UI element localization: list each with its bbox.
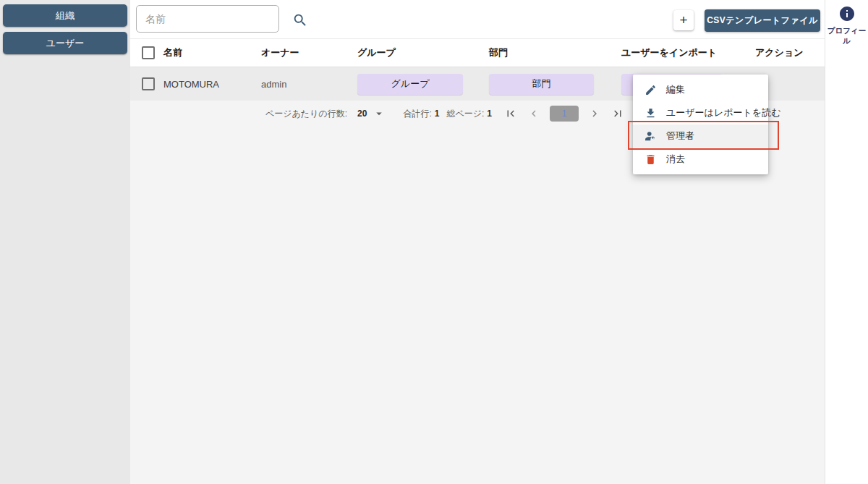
- select-all-cell: [130, 46, 163, 59]
- menu-item-label: ユーザーはレポートを読む: [666, 106, 780, 119]
- csv-template-button[interactable]: CSVテンプレートファイル: [705, 9, 820, 32]
- rows-per-page-caret-icon[interactable]: [373, 107, 386, 120]
- row-checkbox[interactable]: [142, 77, 155, 90]
- profile-label: プロフィール: [825, 26, 868, 46]
- pagination-bar: ページあたりの行数: 20 合計行: 1 総ページ: 1 1: [265, 101, 629, 127]
- total-rows-label: 合計行:: [403, 108, 431, 120]
- row-select-cell: [130, 77, 163, 90]
- sidebar-item-organization[interactable]: 組織: [3, 4, 127, 27]
- menu-item-edit[interactable]: 編集: [633, 78, 768, 101]
- department-pill-button[interactable]: 部門: [489, 74, 594, 95]
- row-group-cell: グループ: [357, 74, 489, 95]
- menu-item-label: 編集: [666, 83, 685, 96]
- total-pages-value: 1: [487, 109, 492, 119]
- sidebar-item-users[interactable]: ユーザー: [3, 32, 127, 54]
- table-header-row: 名前 オーナー グループ 部門 ユーザーをインポート アクション: [130, 38, 825, 67]
- next-page-button[interactable]: [588, 107, 601, 120]
- rows-per-page-label: ページあたりの行数:: [265, 108, 347, 120]
- first-page-button[interactable]: [504, 107, 517, 120]
- admin-icon: [644, 130, 657, 143]
- menu-item-label: 消去: [666, 153, 685, 166]
- total-rows-value: 1: [435, 109, 440, 119]
- pencil-icon: [644, 84, 657, 96]
- total-rows: 合計行: 1: [403, 108, 439, 120]
- menu-item-admin[interactable]: 管理者: [633, 124, 768, 148]
- header-import: ユーザーをインポート: [621, 46, 755, 59]
- row-owner: admin: [261, 79, 357, 90]
- main-content: + CSVテンプレートファイル 名前 オーナー グループ 部門 ユーザーをインポ…: [130, 0, 825, 484]
- row-name: MOTOMURA: [163, 79, 261, 90]
- add-button[interactable]: +: [673, 10, 694, 30]
- total-pages: 総ページ: 1: [446, 108, 492, 120]
- header-department: 部門: [489, 46, 621, 59]
- search-input[interactable]: [136, 5, 279, 33]
- last-page-button[interactable]: [611, 107, 624, 120]
- action-menu: 編集 ユーザーはレポートを読む 管理者 消去: [633, 75, 768, 174]
- menu-item-delete[interactable]: 消去: [633, 148, 768, 171]
- total-pages-label: 総ページ:: [446, 108, 484, 120]
- menu-item-read-report[interactable]: ユーザーはレポートを読む: [633, 101, 768, 124]
- toolbar: + CSVテンプレートファイル: [130, 0, 825, 38]
- row-department-cell: 部門: [489, 74, 621, 95]
- rows-per-page-value[interactable]: 20: [357, 109, 367, 119]
- trash-icon: [644, 153, 657, 166]
- download-icon: [644, 107, 657, 119]
- select-all-checkbox[interactable]: [142, 46, 155, 59]
- search-icon[interactable]: [292, 12, 308, 28]
- group-pill-button[interactable]: グループ: [357, 74, 463, 95]
- menu-item-label: 管理者: [666, 130, 694, 143]
- header-group: グループ: [357, 46, 489, 59]
- profile-info-icon[interactable]: [838, 5, 856, 25]
- right-sidebar: プロフィール: [825, 0, 868, 484]
- header-actions: アクション: [755, 46, 825, 59]
- current-page-button[interactable]: 1: [550, 106, 579, 122]
- left-sidebar: 組織 ユーザー: [0, 0, 130, 484]
- header-name: 名前: [163, 46, 261, 59]
- header-owner: オーナー: [261, 46, 357, 59]
- previous-page-button[interactable]: [527, 107, 540, 120]
